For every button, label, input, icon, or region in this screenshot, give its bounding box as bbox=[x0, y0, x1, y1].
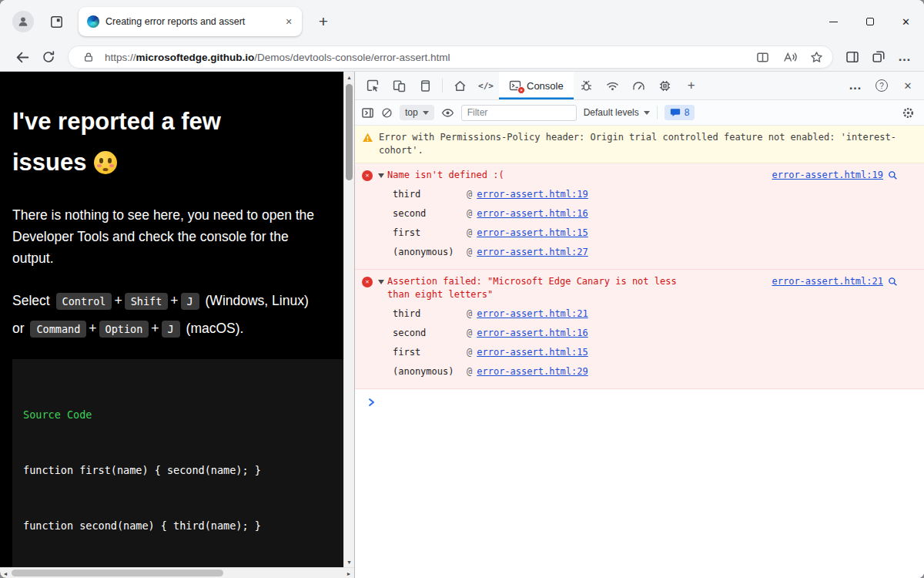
error-message-text: Assertion failed: "Microsoft Edge Canary… bbox=[387, 275, 699, 301]
expand-triangle-icon[interactable] bbox=[378, 280, 384, 284]
tab-performance-icon[interactable] bbox=[626, 72, 652, 99]
clear-console-icon[interactable] bbox=[381, 107, 393, 119]
devtools-panel: </> ✕ Console bbox=[354, 72, 924, 578]
read-aloud-icon[interactable] bbox=[779, 47, 800, 67]
flushed-emoji-icon bbox=[94, 151, 117, 174]
profile-avatar[interactable] bbox=[12, 11, 34, 32]
devtools-close-icon[interactable]: ✕ bbox=[895, 72, 921, 99]
kbd-j-mac: J bbox=[162, 321, 180, 338]
stack-at: @ bbox=[467, 327, 472, 340]
scroll-left-icon[interactable]: ◄ bbox=[0, 568, 11, 578]
vertical-scroll-thumb[interactable] bbox=[346, 84, 353, 180]
collections-icon[interactable] bbox=[865, 45, 892, 69]
address-bar[interactable]: https://microsoftedge.github.io/Demos/de… bbox=[68, 45, 833, 69]
source-link[interactable]: error-assert.html:21 bbox=[772, 275, 884, 288]
chevron-down-icon bbox=[423, 111, 429, 115]
stack-function: first bbox=[393, 346, 467, 359]
chevron-down-icon bbox=[644, 111, 650, 115]
back-arrow-icon bbox=[15, 50, 30, 65]
sidebar-toggle-icon[interactable] bbox=[839, 45, 865, 69]
vertical-scrollbar[interactable]: ▲ ▼ bbox=[343, 72, 354, 567]
stack-at: @ bbox=[467, 246, 472, 259]
back-button[interactable] bbox=[9, 45, 35, 69]
stack-at: @ bbox=[467, 365, 472, 378]
close-window-button[interactable]: ✕ bbox=[888, 0, 924, 43]
navigation-bar: https://microsoftedge.github.io/Demos/de… bbox=[0, 43, 924, 72]
stack-function: (anonymous) bbox=[393, 246, 467, 259]
tab-actions-icon[interactable] bbox=[46, 12, 66, 32]
window-controls: ✕ bbox=[815, 0, 924, 43]
browser-tab[interactable]: Creating error reports and assert ✕ bbox=[79, 7, 302, 36]
magnifier-icon[interactable] bbox=[888, 277, 898, 287]
tab-welcome-home-icon[interactable] bbox=[447, 72, 473, 99]
issues-counter[interactable]: 8 bbox=[665, 105, 695, 120]
tab-network-icon[interactable] bbox=[600, 72, 626, 99]
focus-panel-icon[interactable] bbox=[412, 72, 438, 99]
divider bbox=[442, 79, 443, 92]
devtools-more-menu[interactable]: … bbox=[842, 72, 869, 99]
inspect-icon[interactable] bbox=[360, 72, 386, 99]
stack-link[interactable]: error-assert.html:19 bbox=[477, 188, 588, 201]
javascript-context-dropdown[interactable]: top bbox=[400, 105, 434, 120]
console-error-message[interactable]: ✕ Assertion failed: "Microsoft Edge Cana… bbox=[355, 270, 924, 389]
console-messages: Error with Permissions-Policy header: Or… bbox=[355, 126, 924, 578]
stack-function: second bbox=[393, 327, 467, 340]
horizontal-scrollbar[interactable]: ◄ ► bbox=[0, 567, 354, 578]
page-title-text: I've reported a few issues bbox=[12, 108, 221, 176]
live-expression-eye-icon[interactable] bbox=[441, 106, 454, 119]
url-scheme: https:// bbox=[105, 52, 136, 63]
scroll-right-icon[interactable]: ► bbox=[343, 568, 354, 578]
tab-close-icon[interactable]: ✕ bbox=[282, 15, 296, 29]
stack-link[interactable]: error-assert.html:16 bbox=[477, 327, 588, 340]
console-sidebar-toggle-icon[interactable] bbox=[361, 106, 374, 119]
scroll-down-icon[interactable]: ▼ bbox=[344, 556, 354, 567]
refresh-icon bbox=[42, 50, 55, 64]
filter-input[interactable] bbox=[461, 105, 577, 121]
error-icon: ✕ bbox=[362, 170, 373, 181]
stack-link[interactable]: error-assert.html:16 bbox=[477, 207, 588, 220]
new-tab-button[interactable]: + bbox=[313, 11, 334, 32]
stack-link[interactable]: error-assert.html:15 bbox=[477, 227, 588, 240]
more-tools-plus-icon[interactable]: + bbox=[678, 72, 705, 99]
refresh-button[interactable] bbox=[35, 45, 62, 69]
stack-at: @ bbox=[467, 188, 472, 201]
stack-link[interactable]: error-assert.html:21 bbox=[477, 307, 588, 321]
code-line: function first(name) { second(name); } bbox=[23, 461, 343, 479]
minimize-button[interactable] bbox=[815, 0, 852, 43]
macos-note: (macOS). bbox=[186, 321, 244, 336]
stack-frame: second @ error-assert.html:16 bbox=[393, 204, 898, 223]
stack-link[interactable]: error-assert.html:15 bbox=[477, 346, 588, 359]
devtools-help-icon[interactable]: ? bbox=[869, 72, 895, 99]
stack-link[interactable]: error-assert.html:29 bbox=[477, 365, 588, 378]
tab-detached-elements-icon[interactable] bbox=[574, 72, 600, 99]
kbd-control: Control bbox=[56, 293, 112, 310]
tab-title: Creating error reports and assert bbox=[105, 16, 276, 27]
split-screen-icon[interactable] bbox=[752, 47, 773, 67]
stack-function: third bbox=[393, 188, 467, 201]
horizontal-scroll-thumb[interactable] bbox=[12, 570, 223, 576]
device-emulation-icon[interactable] bbox=[386, 72, 412, 99]
intro-paragraph: There is nothing to see here, you need t… bbox=[12, 204, 330, 270]
scroll-up-icon[interactable]: ▲ bbox=[344, 72, 354, 82]
maximize-button[interactable] bbox=[852, 0, 888, 43]
favorites-star-icon[interactable] bbox=[806, 47, 827, 67]
shortcut-line-mac: or Command+Option+J (macOS). bbox=[12, 315, 330, 343]
tab-sources-icon[interactable]: </> bbox=[473, 72, 499, 99]
browser-more-menu[interactable]: … bbox=[892, 45, 918, 69]
tab-memory-icon[interactable] bbox=[652, 72, 678, 99]
source-link[interactable]: error-assert.html:19 bbox=[772, 169, 884, 182]
error-icon: ✕ bbox=[362, 277, 373, 287]
windows-note: (Windows, Linux) bbox=[206, 293, 309, 308]
console-settings-gear-icon[interactable] bbox=[902, 106, 915, 119]
source-code-label: Source Code bbox=[23, 405, 343, 424]
console-warning-message[interactable]: Error with Permissions-Policy header: Or… bbox=[355, 126, 924, 163]
magnifier-icon[interactable] bbox=[888, 170, 898, 180]
console-prompt[interactable] bbox=[355, 389, 924, 409]
stack-link[interactable]: error-assert.html:27 bbox=[477, 246, 588, 259]
expand-triangle-icon[interactable] bbox=[378, 173, 384, 178]
console-error-message[interactable]: ✕ Name isn't defined :( error-assert.htm… bbox=[355, 163, 924, 270]
log-levels-dropdown[interactable]: Default levels bbox=[584, 107, 650, 118]
maximize-icon bbox=[866, 18, 874, 25]
shortcut-line-windows: Select Control+Shift+J (Windows, Linux) bbox=[12, 287, 330, 315]
tab-console[interactable]: ✕ Console bbox=[499, 72, 574, 99]
